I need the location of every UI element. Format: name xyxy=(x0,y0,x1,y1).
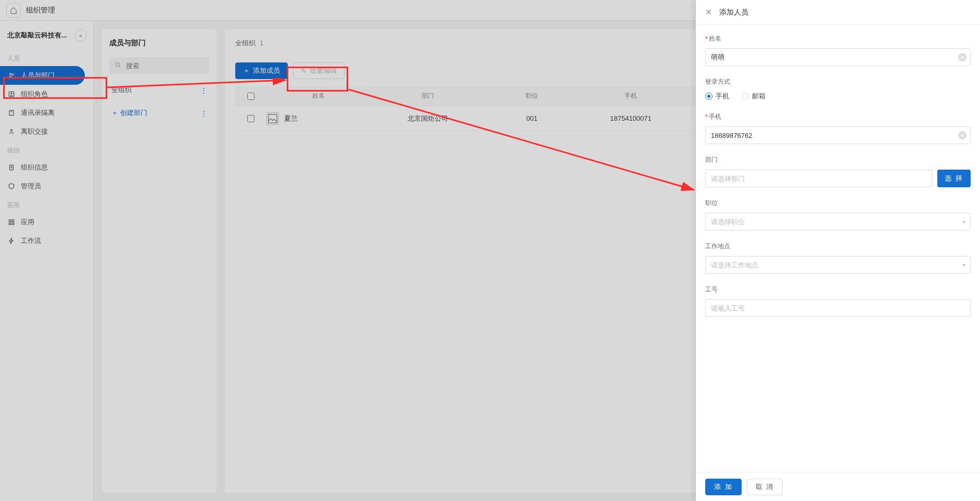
radio-email[interactable]: 邮箱 xyxy=(742,92,766,101)
svg-point-6 xyxy=(10,130,12,132)
plus-icon: ＋ xyxy=(111,109,118,117)
dept-search-input[interactable] xyxy=(109,57,209,74)
field-location: 工作地点 ▾ xyxy=(705,242,971,274)
field-phone: *手机 ✕ xyxy=(705,112,971,144)
col-header-dept: 部门 xyxy=(371,92,485,100)
sidebar-item-org-info[interactable]: 组织信息 xyxy=(0,158,85,177)
svg-rect-13 xyxy=(12,223,14,225)
sidebar: 北京敲敲云科技有... « 人员 人员与部门 组织角色 通讯录隔离 离职交接 组… xyxy=(0,21,94,501)
submit-button[interactable]: 添 加 xyxy=(705,479,742,495)
section-label-app: 应用 xyxy=(0,196,93,213)
dept-root-label: 全组织 xyxy=(111,85,132,95)
sidebar-item-label: 工作流 xyxy=(21,236,41,246)
page-title: 组织管理 xyxy=(26,6,55,15)
location-select[interactable] xyxy=(705,256,971,274)
grid-icon xyxy=(7,219,16,226)
dept-label: 部门 xyxy=(705,156,718,164)
search-icon xyxy=(114,61,122,71)
edit-icon: ✎ xyxy=(301,67,307,75)
clear-icon[interactable]: ✕ xyxy=(958,131,966,139)
plus-icon: ＋ xyxy=(243,66,250,75)
sidebar-item-isolation[interactable]: 通讯录隔离 xyxy=(0,104,85,122)
drawer-header: ✕ 添加人员 xyxy=(696,0,980,25)
home-button[interactable] xyxy=(6,3,21,18)
field-position: 职位 ▾ xyxy=(705,199,971,230)
drawer-footer: 添 加 取 消 xyxy=(696,472,980,501)
phone-input[interactable] xyxy=(705,126,971,144)
location-label: 工作地点 xyxy=(705,242,730,251)
sidebar-item-label: 离职交接 xyxy=(21,127,48,136)
pos-label: 职位 xyxy=(705,199,718,208)
clear-icon[interactable]: ✕ xyxy=(958,53,966,61)
radio-icon xyxy=(742,93,749,100)
empno-label: 工号 xyxy=(705,285,718,294)
more-icon[interactable]: ⋮ xyxy=(200,86,207,94)
member-count: 1 xyxy=(260,39,263,47)
book-icon xyxy=(7,109,16,117)
close-icon[interactable]: ✕ xyxy=(705,7,712,17)
add-member-label: 添加成员 xyxy=(253,66,280,75)
svg-rect-11 xyxy=(12,220,14,222)
sidebar-item-label: 通讯录隔离 xyxy=(21,108,55,118)
name-input[interactable] xyxy=(705,48,971,66)
chevron-down-icon: ▾ xyxy=(963,262,965,268)
sidebar-item-workflow[interactable]: 工作流 xyxy=(0,232,85,250)
cell-name: 夏兰 xyxy=(284,114,298,123)
collapse-sidebar-button[interactable]: « xyxy=(74,29,87,42)
svg-rect-10 xyxy=(9,220,11,222)
svg-rect-16 xyxy=(269,114,277,123)
radio-email-label: 邮箱 xyxy=(752,92,766,101)
org-selector[interactable]: 北京敲敲云科技有... « xyxy=(0,29,93,49)
dept-root-item[interactable]: 全组织 ⋮ xyxy=(109,81,209,99)
cell-pos: 001 xyxy=(485,114,579,122)
sidebar-item-apps[interactable]: 应用 xyxy=(0,213,85,232)
section-label-org: 组织 xyxy=(0,141,93,158)
more-icon[interactable]: ⋮ xyxy=(200,109,207,117)
sidebar-item-admin[interactable]: 管理员 xyxy=(0,177,85,196)
row-checkbox[interactable] xyxy=(247,115,254,122)
sidebar-item-label: 人员与部门 xyxy=(21,71,55,80)
name-label: 姓名 xyxy=(709,34,721,43)
sidebar-item-people-dept[interactable]: 人员与部门 xyxy=(0,66,85,85)
batch-edit-label: 批量编辑 xyxy=(310,66,337,75)
org-name-text: 北京敲敲云科技有... xyxy=(7,31,67,40)
shield-icon xyxy=(7,183,16,190)
sidebar-item-label: 应用 xyxy=(21,217,34,227)
select-dept-button[interactable]: 选 择 xyxy=(937,170,971,187)
sidebar-item-label: 组织信息 xyxy=(21,163,48,172)
radio-icon xyxy=(705,93,712,100)
sidebar-item-label: 管理员 xyxy=(21,182,41,191)
cancel-button[interactable]: 取 消 xyxy=(747,479,783,495)
select-all-checkbox[interactable] xyxy=(247,93,254,100)
cell-phone: 18754100071 xyxy=(579,114,683,122)
role-icon xyxy=(7,91,16,98)
radio-phone-label: 手机 xyxy=(716,92,729,101)
empno-input[interactable] xyxy=(705,299,971,317)
dept-panel: 成员与部门 全组织 ⋮ ＋ 创建部门 ⋮ xyxy=(102,29,217,493)
field-empno: 工号 xyxy=(705,285,971,317)
cell-dept: 北京国炬公司 xyxy=(371,114,485,123)
pos-select[interactable] xyxy=(705,213,971,230)
dept-search xyxy=(109,57,209,74)
add-member-button[interactable]: ＋ 添加成员 xyxy=(235,62,288,79)
sidebar-item-handover[interactable]: 离职交接 xyxy=(0,122,85,141)
radio-phone[interactable]: 手机 xyxy=(705,92,729,101)
breadcrumb-text: 全组织 xyxy=(235,39,256,47)
svg-rect-4 xyxy=(9,110,14,115)
avatar xyxy=(266,112,279,125)
drawer-body: *姓名 ✕ 登录方式 手机 邮箱 *手机 xyxy=(696,25,980,472)
create-dept-button[interactable]: ＋ 创建部门 ⋮ xyxy=(109,104,209,122)
drawer-title: 添加人员 xyxy=(719,8,748,17)
field-login-method: 登录方式 手机 邮箱 xyxy=(705,78,971,101)
user-icon xyxy=(7,128,16,135)
dept-panel-title: 成员与部门 xyxy=(109,38,209,48)
col-header-phone: 手机 xyxy=(579,92,683,100)
svg-point-1 xyxy=(12,74,14,75)
batch-edit-button[interactable]: ✎ 批量编辑 xyxy=(293,62,345,79)
dept-input[interactable] xyxy=(705,170,932,187)
sidebar-item-label: 组织角色 xyxy=(21,89,48,99)
svg-line-15 xyxy=(119,66,120,67)
sidebar-item-roles[interactable]: 组织角色 xyxy=(0,85,85,104)
doc-icon xyxy=(7,164,16,171)
add-member-drawer: ✕ 添加人员 *姓名 ✕ 登录方式 手机 邮箱 xyxy=(696,0,980,501)
